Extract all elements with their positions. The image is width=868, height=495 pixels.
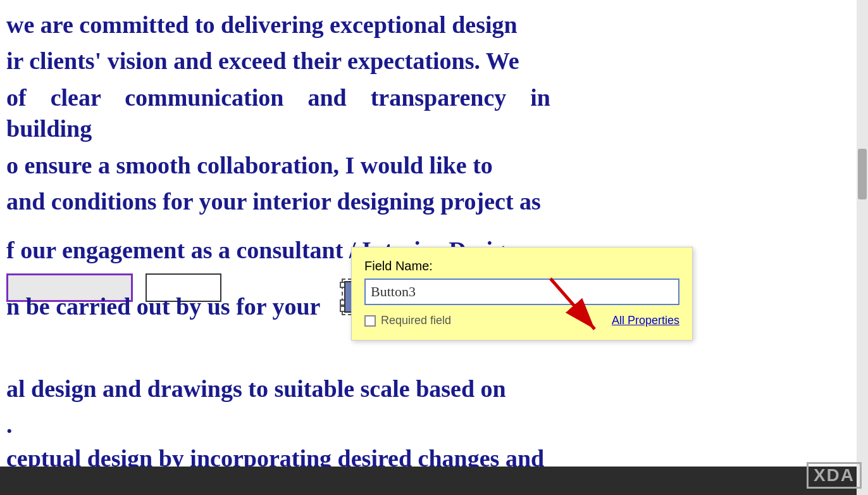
field-name-label: Field Name:	[364, 259, 679, 273]
body-text-block: we are committed to delivering exception…	[0, 0, 557, 217]
all-properties-link[interactable]: All Properties	[612, 314, 679, 327]
scrollbar-thumb[interactable]	[858, 149, 867, 199]
popup-bottom-row: Required field All Properties	[364, 314, 679, 327]
bottom-toolbar	[0, 467, 857, 495]
text-line-3: of clear communication and transparency …	[6, 82, 550, 145]
text-line-5: and conditions for your interior designi…	[6, 186, 550, 217]
required-field-checkbox[interactable]	[364, 315, 376, 327]
xda-watermark: XDA	[807, 462, 862, 489]
field-name-input[interactable]	[364, 279, 679, 305]
lower-text-block: n be carried out by us for your	[6, 291, 354, 327]
scrollbar[interactable]	[857, 0, 868, 495]
bottom-text-block: al design and drawings to suitable scale…	[6, 373, 563, 446]
field-properties-popup: Field Name: Required field All Propertie…	[351, 247, 693, 341]
page-content: we are committed to delivering exception…	[0, 0, 868, 495]
text-line-1: we are committed to delivering exception…	[6, 9, 550, 41]
text-line-4: o ensure a smooth collaboration, I would…	[6, 150, 550, 181]
lower-line: n be carried out by us for your	[6, 291, 354, 322]
scale-line: al design and drawings to suitable scale…	[6, 373, 563, 404]
required-field-label: Required field	[381, 314, 451, 327]
required-field-row: Required field	[364, 314, 451, 327]
period-line: .	[6, 410, 563, 441]
text-line-2: ir clients' vision and exceed their expe…	[6, 46, 550, 77]
